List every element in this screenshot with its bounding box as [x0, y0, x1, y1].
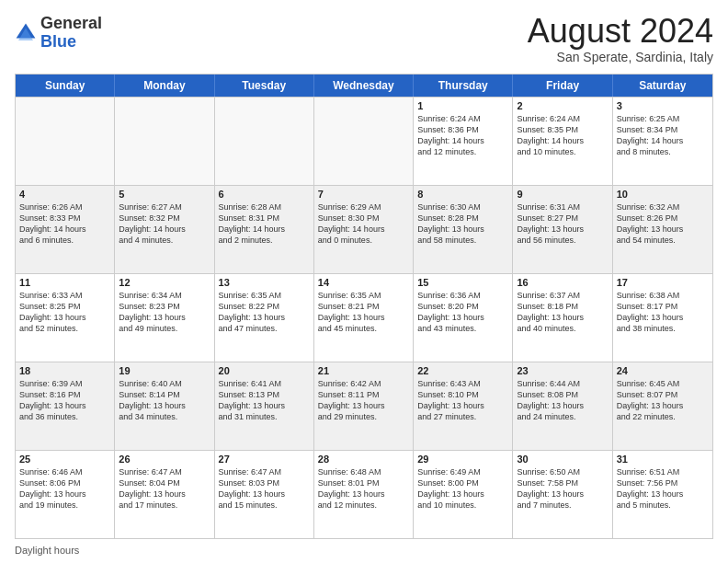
cal-cell: 8Sunrise: 6:30 AMSunset: 8:28 PMDaylight… — [414, 186, 513, 273]
header-day-monday: Monday — [115, 75, 214, 97]
day-info: Sunrise: 6:30 AMSunset: 8:28 PMDaylight:… — [417, 201, 508, 247]
day-number: 30 — [517, 454, 608, 465]
day-info: Sunrise: 6:44 AMSunset: 8:08 PMDaylight:… — [517, 378, 608, 423]
day-number: 23 — [517, 365, 608, 376]
day-info: Sunrise: 6:35 AMSunset: 8:22 PMDaylight:… — [219, 290, 310, 335]
day-info: Sunrise: 6:24 AMSunset: 8:36 PMDaylight:… — [417, 113, 508, 158]
cal-cell: 25Sunrise: 6:46 AMSunset: 8:06 PMDayligh… — [16, 451, 115, 538]
daylight-label: Daylight hours — [15, 545, 79, 556]
day-info: Sunrise: 6:27 AMSunset: 8:32 PMDaylight:… — [119, 201, 210, 247]
day-info: Sunrise: 6:47 AMSunset: 8:03 PMDaylight:… — [219, 466, 310, 511]
day-number: 11 — [19, 277, 110, 288]
cal-cell: 12Sunrise: 6:34 AMSunset: 8:23 PMDayligh… — [115, 274, 214, 362]
cal-cell: 4Sunrise: 6:26 AMSunset: 8:33 PMDaylight… — [16, 186, 115, 273]
day-info: Sunrise: 6:24 AMSunset: 8:35 PMDaylight:… — [517, 113, 608, 158]
day-number: 22 — [417, 365, 508, 376]
week-row-2: 11Sunrise: 6:33 AMSunset: 8:25 PMDayligh… — [16, 273, 712, 362]
day-info: Sunrise: 6:47 AMSunset: 8:04 PMDaylight:… — [119, 466, 210, 511]
logo: General Blue — [15, 15, 102, 52]
day-info: Sunrise: 6:28 AMSunset: 8:31 PMDaylight:… — [219, 201, 310, 247]
week-row-3: 18Sunrise: 6:39 AMSunset: 8:16 PMDayligh… — [16, 362, 712, 450]
day-number: 31 — [617, 454, 709, 465]
day-number: 3 — [617, 100, 709, 111]
cal-cell: 31Sunrise: 6:51 AMSunset: 7:56 PMDayligh… — [613, 451, 712, 538]
day-number: 8 — [417, 189, 508, 200]
day-info: Sunrise: 6:40 AMSunset: 8:14 PMDaylight:… — [119, 378, 210, 423]
day-number: 25 — [19, 454, 110, 465]
day-info: Sunrise: 6:34 AMSunset: 8:23 PMDaylight:… — [119, 290, 210, 335]
cal-cell: 18Sunrise: 6:39 AMSunset: 8:16 PMDayligh… — [16, 362, 115, 450]
day-number: 6 — [219, 189, 310, 200]
day-info: Sunrise: 6:43 AMSunset: 8:10 PMDaylight:… — [417, 378, 508, 423]
header-day-friday: Friday — [513, 75, 612, 97]
day-number: 17 — [617, 277, 709, 288]
day-number: 13 — [219, 277, 310, 288]
day-info: Sunrise: 6:31 AMSunset: 8:27 PMDaylight:… — [517, 201, 608, 247]
cal-cell: 28Sunrise: 6:48 AMSunset: 8:01 PMDayligh… — [314, 451, 414, 538]
cal-cell: 1Sunrise: 6:24 AMSunset: 8:36 PMDaylight… — [414, 98, 513, 185]
day-number: 27 — [219, 454, 310, 465]
cal-cell: 27Sunrise: 6:47 AMSunset: 8:03 PMDayligh… — [215, 451, 314, 538]
day-info: Sunrise: 6:37 AMSunset: 8:18 PMDaylight:… — [517, 290, 608, 335]
day-info: Sunrise: 6:25 AMSunset: 8:34 PMDaylight:… — [617, 113, 709, 158]
cal-cell: 19Sunrise: 6:40 AMSunset: 8:14 PMDayligh… — [115, 362, 214, 450]
day-info: Sunrise: 6:45 AMSunset: 8:07 PMDaylight:… — [617, 378, 709, 423]
day-info: Sunrise: 6:36 AMSunset: 8:20 PMDaylight:… — [417, 290, 508, 335]
day-number: 7 — [318, 189, 409, 200]
day-number: 20 — [219, 365, 310, 376]
cal-cell: 26Sunrise: 6:47 AMSunset: 8:04 PMDayligh… — [115, 451, 214, 538]
day-number: 26 — [119, 454, 210, 465]
week-row-0: 1Sunrise: 6:24 AMSunset: 8:36 PMDaylight… — [16, 97, 712, 185]
logo-icon — [15, 22, 37, 44]
header-day-thursday: Thursday — [414, 75, 513, 97]
cal-cell: 11Sunrise: 6:33 AMSunset: 8:25 PMDayligh… — [16, 274, 115, 362]
day-info: Sunrise: 6:38 AMSunset: 8:17 PMDaylight:… — [617, 290, 709, 335]
day-info: Sunrise: 6:33 AMSunset: 8:25 PMDaylight:… — [19, 290, 110, 335]
logo-text: General Blue — [40, 15, 102, 52]
cal-cell: 3Sunrise: 6:25 AMSunset: 8:34 PMDaylight… — [613, 98, 712, 185]
day-info: Sunrise: 6:41 AMSunset: 8:13 PMDaylight:… — [219, 378, 310, 423]
day-info: Sunrise: 6:29 AMSunset: 8:30 PMDaylight:… — [318, 201, 409, 247]
cal-cell: 29Sunrise: 6:49 AMSunset: 8:00 PMDayligh… — [414, 451, 513, 538]
cal-cell: 13Sunrise: 6:35 AMSunset: 8:22 PMDayligh… — [215, 274, 314, 362]
day-number: 21 — [318, 365, 409, 376]
cal-cell — [314, 98, 414, 185]
day-number: 5 — [119, 189, 210, 200]
day-number: 28 — [318, 454, 409, 465]
day-number: 1 — [417, 100, 508, 111]
day-number: 24 — [617, 365, 709, 376]
cal-cell: 10Sunrise: 6:32 AMSunset: 8:26 PMDayligh… — [613, 186, 712, 273]
day-info: Sunrise: 6:35 AMSunset: 8:21 PMDaylight:… — [318, 290, 409, 335]
header-day-sunday: Sunday — [16, 75, 115, 97]
cal-cell: 9Sunrise: 6:31 AMSunset: 8:27 PMDaylight… — [513, 186, 612, 273]
day-number: 19 — [119, 365, 210, 376]
cal-cell: 17Sunrise: 6:38 AMSunset: 8:17 PMDayligh… — [613, 274, 712, 362]
cal-cell — [215, 98, 314, 185]
cal-cell: 21Sunrise: 6:42 AMSunset: 8:11 PMDayligh… — [314, 362, 414, 450]
day-number: 2 — [517, 100, 608, 111]
cal-cell: 7Sunrise: 6:29 AMSunset: 8:30 PMDaylight… — [314, 186, 414, 273]
cal-cell: 22Sunrise: 6:43 AMSunset: 8:10 PMDayligh… — [414, 362, 513, 450]
calendar-body: 1Sunrise: 6:24 AMSunset: 8:36 PMDaylight… — [16, 97, 712, 538]
day-info: Sunrise: 6:32 AMSunset: 8:26 PMDaylight:… — [617, 201, 709, 247]
cal-cell: 30Sunrise: 6:50 AMSunset: 7:58 PMDayligh… — [513, 451, 612, 538]
day-info: Sunrise: 6:48 AMSunset: 8:01 PMDaylight:… — [318, 466, 409, 511]
calendar-title: August 2024 — [528, 15, 713, 48]
week-row-4: 25Sunrise: 6:46 AMSunset: 8:06 PMDayligh… — [16, 450, 712, 538]
day-number: 18 — [19, 365, 110, 376]
day-info: Sunrise: 6:39 AMSunset: 8:16 PMDaylight:… — [19, 378, 110, 423]
day-number: 9 — [517, 189, 608, 200]
calendar: SundayMondayTuesdayWednesdayThursdayFrid… — [15, 74, 713, 539]
week-row-1: 4Sunrise: 6:26 AMSunset: 8:33 PMDaylight… — [16, 185, 712, 273]
cal-cell — [115, 98, 214, 185]
day-number: 16 — [517, 277, 608, 288]
cal-cell — [16, 98, 115, 185]
cal-cell: 14Sunrise: 6:35 AMSunset: 8:21 PMDayligh… — [314, 274, 414, 362]
day-info: Sunrise: 6:49 AMSunset: 8:00 PMDaylight:… — [417, 466, 508, 511]
day-info: Sunrise: 6:42 AMSunset: 8:11 PMDaylight:… — [318, 378, 409, 423]
day-number: 29 — [417, 454, 508, 465]
day-number: 14 — [318, 277, 409, 288]
day-info: Sunrise: 6:26 AMSunset: 8:33 PMDaylight:… — [19, 201, 110, 247]
day-number: 12 — [119, 277, 210, 288]
day-number: 10 — [617, 189, 709, 200]
